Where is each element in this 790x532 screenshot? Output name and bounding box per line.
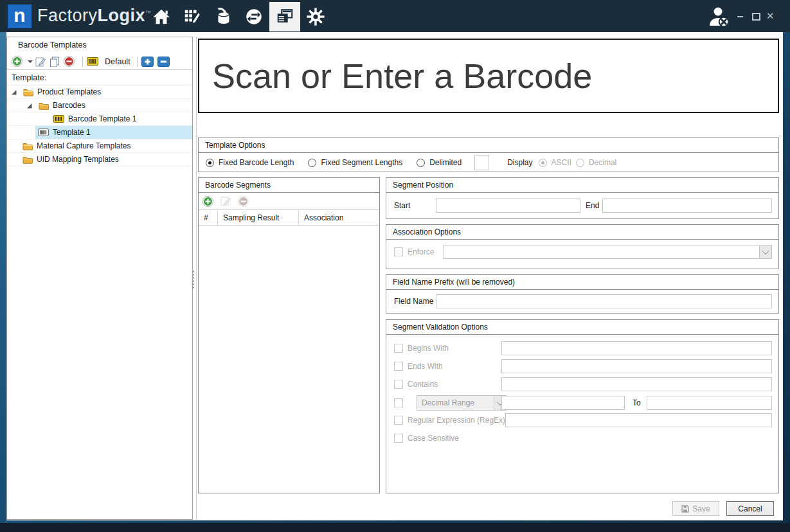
edit-template-button[interactable] (35, 57, 46, 67)
column-number[interactable]: # (199, 210, 218, 225)
barcode-segments-group: Barcode Segments # Sampling Result Assoc… (198, 177, 380, 493)
templates-tree: Product Templates Barcodes Barcode Templ… (7, 85, 192, 166)
expander-icon[interactable] (11, 89, 17, 95)
regex-input[interactable] (505, 413, 772, 427)
association-options-group: Association Options Enforce (386, 224, 779, 269)
display-label: Display (507, 158, 532, 167)
collapse-all-icon[interactable] (157, 57, 170, 67)
contains-input[interactable] (501, 377, 772, 391)
panel-title: Barcode Templates (7, 37, 192, 53)
main-navigation (146, 0, 331, 32)
default-label: Default (105, 57, 130, 66)
range-type-value: Decimal Range (417, 396, 506, 410)
ends-with-input[interactable] (501, 359, 772, 373)
field-name-input[interactable] (436, 294, 772, 308)
add-segment-button[interactable] (202, 196, 213, 207)
folder-icon (39, 102, 49, 110)
splitter-grip[interactable] (192, 270, 195, 289)
toolbar-separator (137, 57, 138, 67)
tree-item-label: Template 1 (53, 128, 91, 137)
planning-grid-pencil-icon[interactable] (177, 2, 208, 31)
end-input[interactable] (602, 199, 772, 213)
column-sampling-result[interactable]: Sampling Result (218, 210, 299, 225)
start-input[interactable] (436, 199, 580, 213)
tree-item-label: Product Templates (37, 87, 101, 96)
folder-icon (22, 155, 33, 164)
regex-checkbox[interactable] (394, 416, 403, 425)
user-logout-icon[interactable] (707, 5, 732, 30)
column-association[interactable]: Association (299, 210, 379, 225)
enforce-checkbox[interactable] (394, 247, 403, 256)
copy-template-button[interactable] (49, 57, 60, 67)
fixed-segment-lengths-label: Fixed Segment Lengths (321, 158, 402, 167)
fixed-segment-lengths-radio[interactable] (308, 159, 316, 167)
brand-logix: Logix (98, 6, 146, 25)
chevron-down-icon (762, 247, 769, 254)
materials-database-icon[interactable] (208, 2, 238, 31)
display-ascii-radio[interactable] (539, 159, 547, 167)
display-decimal-radio[interactable] (576, 159, 584, 167)
barcode-yellow-icon (53, 115, 64, 123)
scan-prompt-box[interactable]: Scan or Enter a Barcode (198, 39, 779, 113)
association-combobox[interactable] (444, 245, 772, 259)
remove-segment-button[interactable] (238, 196, 249, 207)
tree-item-label: Barcodes (53, 101, 85, 110)
begins-with-label: Begins With (408, 344, 449, 353)
fixed-barcode-length-label: Fixed Barcode Length (219, 158, 294, 167)
cancel-label: Cancel (738, 504, 762, 513)
range-type-combobox[interactable]: Decimal Range (417, 395, 507, 411)
toolbar-separator (82, 57, 83, 67)
tree-item-barcodes[interactable]: Barcodes (7, 99, 192, 112)
tree-item-uid-mapping-templates[interactable]: UID Mapping Templates (7, 153, 192, 166)
add-dropdown-caret-icon[interactable] (28, 60, 33, 63)
maximize-icon[interactable] (751, 12, 759, 20)
sync-circle-arrows-icon[interactable] (238, 2, 269, 31)
segments-table-header: # Sampling Result Association (199, 210, 379, 226)
add-template-button[interactable] (12, 56, 22, 67)
templates-windows-icon[interactable] (269, 2, 300, 31)
contains-checkbox[interactable] (394, 380, 403, 389)
combo-dropdown-button[interactable] (759, 245, 771, 258)
begins-with-checkbox[interactable] (394, 344, 403, 353)
begins-with-input[interactable] (501, 341, 772, 355)
save-label: Save (692, 504, 710, 513)
template-options-group: Template Options Fixed Barcode Length Fi… (198, 137, 779, 172)
home-icon[interactable] (146, 2, 177, 31)
remove-template-button[interactable] (64, 56, 75, 67)
fixed-barcode-length-radio[interactable] (206, 159, 214, 167)
ends-with-checkbox[interactable] (394, 362, 403, 371)
expand-all-icon[interactable] (141, 57, 154, 67)
display-ascii-label: ASCII (552, 158, 571, 167)
tree-item-product-templates[interactable]: Product Templates (7, 85, 192, 99)
barcode-gray-icon (38, 129, 49, 136)
minimize-icon[interactable] (737, 12, 744, 20)
tree-item-label: Material Capture Templates (37, 141, 131, 150)
barcode-default-icon[interactable] (87, 57, 98, 66)
range-to-input[interactable] (647, 396, 772, 410)
delimiter-input[interactable] (474, 155, 489, 170)
segment-validation-group: Segment Validation Options Begins With E… (386, 319, 779, 493)
range-checkbox[interactable] (394, 398, 403, 407)
case-sensitive-checkbox[interactable] (394, 434, 403, 443)
tree-item-label: UID Mapping Templates (37, 155, 119, 164)
delimited-radio[interactable] (417, 159, 425, 167)
settings-gear-icon[interactable] (300, 2, 331, 31)
start-label: Start (394, 201, 436, 210)
group-title: Field Name Prefix (will be removed) (386, 275, 778, 290)
display-decimal-label: Decimal (589, 158, 616, 167)
range-from-input[interactable] (501, 396, 625, 410)
group-title: Segment Validation Options (386, 320, 778, 335)
expander-icon[interactable] (26, 103, 32, 109)
edit-segment-button[interactable] (220, 196, 231, 206)
ends-with-label: Ends With (408, 362, 443, 371)
group-title: Segment Position (386, 178, 778, 193)
close-icon[interactable]: ✕ (766, 12, 774, 20)
barcode-template-editor: Scan or Enter a Barcode Template Options… (196, 37, 783, 520)
template-label: Template: (7, 70, 192, 85)
save-button[interactable]: Save (672, 501, 719, 516)
cancel-button[interactable]: Cancel (726, 501, 774, 516)
factorylogix-window: n FactoryLogix™ (0, 0, 790, 532)
tree-item-barcode-template-1[interactable]: Barcode Template 1 (7, 112, 192, 126)
tree-item-template-1-selected[interactable]: Template 1 (7, 126, 192, 139)
tree-item-material-capture-templates[interactable]: Material Capture Templates (7, 139, 192, 153)
